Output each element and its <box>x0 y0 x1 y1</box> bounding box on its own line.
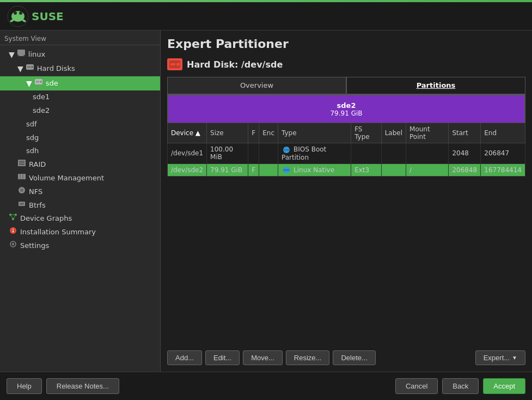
cell-f: F <box>248 163 259 177</box>
cell-end: 206847 <box>481 143 525 164</box>
sdg-label: sdg <box>26 132 39 144</box>
col-type: Type <box>278 123 351 143</box>
sidebar-item-sde[interactable]: ▼ sde <box>0 76 160 90</box>
col-end: End <box>481 123 525 143</box>
release-notes-button[interactable]: Release Notes... <box>46 378 119 394</box>
disk-title: Hard Disk: /dev/sde <box>187 59 283 70</box>
cell-size: 100.00 MiB <box>207 143 248 164</box>
tab-partitions[interactable]: Partitions <box>346 77 525 94</box>
resize-button[interactable]: Resize... <box>286 350 330 365</box>
svg-rect-14 <box>36 81 39 83</box>
suse-logo: SUSE <box>7 5 64 27</box>
sidebar-item-linux[interactable]: ▼ linux <box>0 47 160 62</box>
col-mount-point: Mount Point <box>406 123 449 143</box>
main-content: Expert Partitioner Hard Disk: /dev/sde O… <box>161 31 532 372</box>
tab-overview[interactable]: Overview <box>167 77 346 94</box>
table-header-row: Device ▲ Size F Enc Type FS Type Label M… <box>168 123 525 143</box>
suse-logo-icon <box>7 5 29 27</box>
sdh-label: sdh <box>26 146 39 157</box>
app-header: SUSE <box>0 2 532 31</box>
system-view-label: System View <box>0 33 160 45</box>
nfs-label: NFS <box>29 186 42 198</box>
col-fs-type: FS Type <box>351 123 382 143</box>
svg-rect-41 <box>170 63 175 65</box>
cell-fs-type: Ext3 <box>351 163 382 177</box>
partition-table: Device ▲ Size F Enc Type FS Type Label M… <box>167 123 525 177</box>
col-f: F <box>248 123 259 143</box>
expert-button[interactable]: Expert... ▼ <box>475 350 525 365</box>
svg-line-31 <box>13 215 16 219</box>
expand-icon3: ▼ <box>26 77 32 89</box>
cancel-button[interactable]: Cancel <box>395 378 438 394</box>
svg-rect-45 <box>283 169 290 171</box>
col-enc: Enc <box>259 123 278 143</box>
accept-button[interactable]: Accept <box>483 378 525 394</box>
sidebar-item-raid[interactable]: RAID <box>0 158 160 172</box>
delete-button[interactable]: Delete... <box>333 350 375 365</box>
sidebar-item-sdg[interactable]: sdg <box>0 131 160 145</box>
hard-disks-label: Hard Disks <box>37 63 75 75</box>
help-button[interactable]: Help <box>7 378 42 394</box>
svg-point-10 <box>31 66 33 68</box>
sidebar-item-sdf[interactable]: sdf <box>0 118 160 131</box>
cell-label <box>381 143 406 164</box>
sde2-label: sde2 <box>33 105 50 117</box>
cell-mount-point: / <box>406 163 449 177</box>
installation-summary-icon <box>9 227 17 238</box>
sde1-label: sde1 <box>33 92 50 103</box>
cell-start: 206848 <box>449 163 481 177</box>
raid-label: RAID <box>29 159 46 171</box>
type-icon <box>282 146 291 154</box>
sidebar-item-settings[interactable]: Settings <box>0 239 160 253</box>
sidebar-item-sdh[interactable]: sdh <box>0 144 160 158</box>
cell-device: /dev/sde2 <box>168 163 207 177</box>
cell-type: BIOS Boot Partition <box>278 143 351 164</box>
sidebar-item-volume-management[interactable]: Volume Management <box>0 172 160 185</box>
btrfs-icon <box>17 200 26 211</box>
type-icon <box>282 166 291 174</box>
partition-bar-name: sde2 <box>337 101 356 110</box>
sidebar-item-nfs[interactable]: NFS <box>0 185 160 199</box>
cell-enc <box>259 163 278 177</box>
settings-icon <box>9 240 17 252</box>
sidebar-item-installation-summary[interactable]: Installation Summary <box>0 226 160 239</box>
back-button[interactable]: Back <box>442 378 479 394</box>
suse-text: SUSE <box>32 10 64 23</box>
sidebar-item-sde1[interactable]: sde1 <box>0 90 160 104</box>
device-graphs-icon <box>9 213 17 225</box>
disk-icon <box>167 58 182 70</box>
linux-label: linux <box>28 49 45 60</box>
nfs-icon <box>17 186 26 198</box>
sidebar-item-btrfs[interactable]: Btrfs <box>0 199 160 213</box>
cell-size: 79.91 GiB <box>207 163 248 177</box>
volume-icon <box>17 173 26 184</box>
settings-label: Settings <box>20 240 49 252</box>
cell-f <box>248 143 259 164</box>
cell-type: Linux Native <box>278 163 351 177</box>
sidebar-item-device-graphs[interactable]: Device Graphs <box>0 212 160 226</box>
volume-management-label: Volume Management <box>29 173 104 184</box>
add-button[interactable]: Add... <box>167 350 202 365</box>
partition-visual-bar: sde2 79.91 GiB <box>167 94 525 123</box>
raid-icon <box>17 159 26 171</box>
svg-point-3 <box>19 11 22 15</box>
table-row[interactable]: /dev/sde1 100.00 MiB BIOS Boot Partition… <box>168 143 525 164</box>
edit-button[interactable]: Edit... <box>205 350 240 365</box>
svg-line-30 <box>10 215 13 219</box>
linux-icon <box>17 49 26 60</box>
col-start: Start <box>449 123 481 143</box>
sidebar-item-hard-disks[interactable]: ▼ Hard Disks <box>0 62 160 76</box>
partition-bar-size: 79.91 GiB <box>330 110 362 117</box>
table-row[interactable]: /dev/sde2 79.91 GiB F Linux Native Ext3 … <box>168 163 525 177</box>
move-button[interactable]: Move... <box>243 350 283 365</box>
expand-icon: ▼ <box>9 49 15 60</box>
svg-point-23 <box>20 189 23 192</box>
svg-rect-8 <box>18 56 25 56</box>
sde-label: sde <box>46 78 58 89</box>
expert-chevron: ▼ <box>512 355 517 361</box>
col-size: Size <box>207 123 248 143</box>
installation-summary-label: Installation Summary <box>20 227 96 238</box>
svg-rect-17 <box>19 162 25 163</box>
sidebar-item-sde2[interactable]: sde2 <box>0 104 160 118</box>
cell-mount-point <box>406 143 449 164</box>
